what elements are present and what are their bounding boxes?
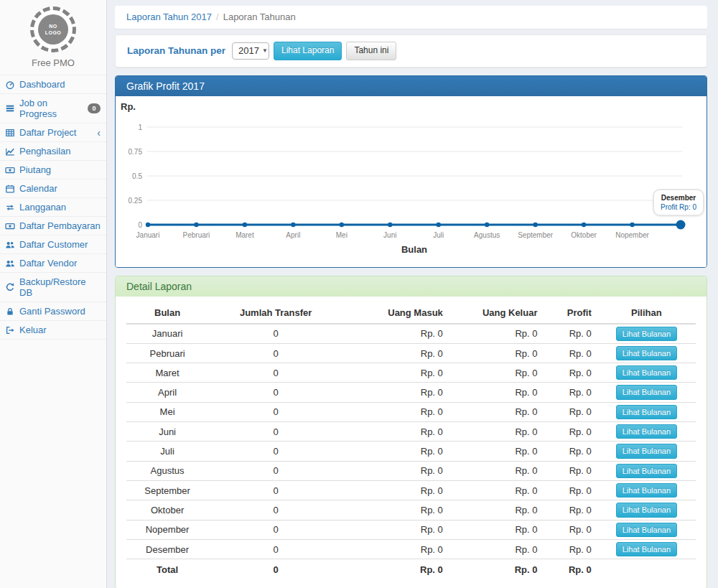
sidebar-item-ganti-password[interactable]: Ganti Password	[0, 302, 106, 321]
detail-table-wrap: Bulan Jumlah Transfer Uang Masuk Uang Ke…	[116, 297, 707, 588]
cell-profit: Rp. 0	[543, 461, 597, 480]
sidebar-item-daftar-pembayaran[interactable]: Daftar Pembayaran	[0, 217, 106, 235]
cell-bulan: Juni	[126, 422, 208, 442]
svg-text:Bulan: Bulan	[401, 244, 427, 255]
lihat-bulanan-button[interactable]: Lihat Bulanan	[616, 542, 677, 556]
cell-uang-keluar: Rp. 0	[449, 559, 544, 579]
cell-uang-keluar: Rp. 0	[449, 383, 544, 402]
cell-profit: Rp. 0	[543, 383, 597, 402]
cell-jumlah-transfer: 0	[208, 442, 343, 461]
sidebar-item-penghasilan[interactable]: Penghasilan	[0, 142, 106, 161]
chart-tooltip-title: Desember	[661, 194, 696, 202]
dashboard-icon	[5, 80, 15, 90]
breadcrumb-link[interactable]: Laporan Tahun 2017	[126, 11, 212, 22]
cell-profit: Rp. 0	[543, 480, 597, 500]
svg-text:Juni: Juni	[383, 231, 396, 239]
cell-jumlah-transfer: 0	[208, 480, 343, 500]
lihat-bulanan-button[interactable]: Lihat Bulanan	[616, 483, 677, 498]
cell-uang-keluar: Rp. 0	[449, 402, 544, 421]
lihat-bulanan-button[interactable]: Lihat Bulanan	[616, 346, 677, 360]
lihat-bulanan-button[interactable]: Lihat Bulanan	[616, 464, 677, 478]
chart-body: Rp. 00.250.50.751JanuariPebruariMaretApr…	[116, 96, 707, 267]
users-icon	[5, 240, 15, 250]
cell-uang-masuk: Rp. 0	[343, 539, 449, 559]
cell-profit: Rp. 0	[543, 324, 597, 344]
sidebar-item-job-on-progress[interactable]: Job on Progress0	[0, 94, 106, 123]
cell-pilihan: Lihat Bulanan	[597, 324, 696, 344]
cell-bulan: Total	[126, 559, 208, 579]
cell-uang-keluar: Rp. 0	[449, 442, 544, 461]
cell-profit: Rp. 0	[543, 520, 597, 539]
sidebar-item-label: Daftar Vendor	[19, 258, 77, 269]
sidebar-item-daftar-vendor[interactable]: Daftar Vendor	[0, 254, 106, 273]
sidebar-item-label: Piutang	[19, 164, 51, 175]
cell-uang-keluar: Rp. 0	[449, 500, 544, 520]
cell-pilihan	[597, 559, 696, 579]
profit-line-chart: 00.250.50.751JanuariPebruariMaretAprilMe…	[116, 96, 707, 267]
sidebar-item-label: Daftar Pembayaran	[19, 220, 101, 231]
sidebar-item-daftar-customer[interactable]: Daftar Customer	[0, 235, 106, 254]
sidebar-item-label: Daftar Customer	[19, 239, 88, 250]
table-row: Januari0Rp. 0Rp. 0Rp. 0Lihat Bulanan	[126, 324, 696, 344]
cell-pilihan: Lihat Bulanan	[597, 442, 696, 461]
sidebar-item-daftar-project[interactable]: Daftar Project‹	[0, 123, 106, 142]
lihat-bulanan-button[interactable]: Lihat Bulanan	[616, 385, 677, 399]
users-icon	[5, 258, 15, 269]
tahun-ini-button[interactable]: Tahun ini	[346, 42, 396, 60]
chart-panel: Grafik Profit 2017 Rp. 00.250.50.751Janu…	[115, 75, 707, 268]
sidebar-item-langganan[interactable]: Langganan	[0, 198, 106, 217]
brand-name: Free PMO	[0, 57, 106, 68]
sidebar-item-calendar[interactable]: Calendar	[0, 179, 106, 198]
lihat-bulanan-button[interactable]: Lihat Bulanan	[616, 424, 677, 439]
cell-uang-keluar: Rp. 0	[449, 324, 544, 344]
lihat-bulanan-button[interactable]: Lihat Bulanan	[616, 405, 677, 419]
sidebar-item-backup-restore-db[interactable]: Backup/Restore DB	[0, 273, 106, 302]
lihat-bulanan-button[interactable]: Lihat Bulanan	[616, 365, 677, 380]
no-logo-badge: NO LOGO	[30, 6, 76, 52]
table-total-row: Total0Rp. 0Rp. 0Rp. 0	[126, 559, 696, 579]
lihat-laporan-button[interactable]: Lihat Laporan	[274, 42, 342, 60]
table-row: April0Rp. 0Rp. 0Rp. 0Lihat Bulanan	[126, 383, 696, 402]
detail-panel: Detail Laporan Bulan Jumlah Transfer Uan…	[115, 276, 707, 588]
table-row: Nopember0Rp. 0Rp. 0Rp. 0Lihat Bulanan	[126, 520, 696, 539]
cell-profit: Rp. 0	[543, 343, 597, 363]
lihat-bulanan-button[interactable]: Lihat Bulanan	[616, 503, 677, 517]
sidebar-item-label: Penghasilan	[19, 146, 71, 157]
table-row: Pebruari0Rp. 0Rp. 0Rp. 0Lihat Bulanan	[126, 343, 696, 363]
col-header-uang-keluar: Uang Keluar	[449, 302, 544, 324]
cell-pilihan: Lihat Bulanan	[597, 520, 696, 539]
lihat-bulanan-button[interactable]: Lihat Bulanan	[616, 327, 677, 341]
lihat-bulanan-button[interactable]: Lihat Bulanan	[616, 523, 677, 537]
cell-uang-masuk: Rp. 0	[343, 480, 449, 500]
sidebar-item-piutang[interactable]: Piutang	[0, 161, 106, 179]
lihat-bulanan-button[interactable]: Lihat Bulanan	[616, 444, 677, 458]
cell-pilihan: Lihat Bulanan	[597, 402, 696, 421]
sidebar: NO LOGO Free PMO DashboardJob on Progres…	[0, 0, 107, 588]
caret-down-icon: ▼	[262, 47, 268, 54]
retweet-icon	[5, 202, 15, 213]
chart-line-icon	[5, 146, 15, 157]
sidebar-menu: DashboardJob on Progress0Daftar Project‹…	[0, 75, 106, 340]
cell-jumlah-transfer: 0	[208, 402, 343, 421]
detail-table: Bulan Jumlah Transfer Uang Masuk Uang Ke…	[126, 302, 696, 579]
cell-bulan: Maret	[126, 363, 208, 383]
cell-profit: Rp. 0	[543, 442, 597, 461]
cell-uang-masuk: Rp. 0	[343, 559, 449, 579]
col-header-profit: Profit	[543, 302, 597, 324]
svg-text:0.5: 0.5	[132, 172, 142, 179]
table-row: Mei0Rp. 0Rp. 0Rp. 0Lihat Bulanan	[126, 402, 696, 421]
tasks-icon	[5, 103, 15, 113]
svg-text:September: September	[518, 231, 554, 239]
sidebar-item-dashboard[interactable]: Dashboard	[0, 75, 106, 94]
cell-uang-keluar: Rp. 0	[449, 343, 544, 363]
sidebar-item-keluar[interactable]: Keluar	[0, 321, 106, 340]
money-icon	[5, 221, 15, 231]
cell-bulan: Pebruari	[126, 343, 208, 363]
cell-uang-masuk: Rp. 0	[343, 500, 449, 520]
cell-jumlah-transfer: 0	[208, 422, 343, 442]
breadcrumb-current: Laporan Tahunan	[223, 11, 296, 22]
year-select[interactable]: 2017 ▼	[232, 42, 269, 60]
table-row: September0Rp. 0Rp. 0Rp. 0Lihat Bulanan	[126, 480, 696, 500]
filter-label: Laporan Tahunan per	[127, 45, 225, 56]
cell-pilihan: Lihat Bulanan	[597, 480, 696, 500]
